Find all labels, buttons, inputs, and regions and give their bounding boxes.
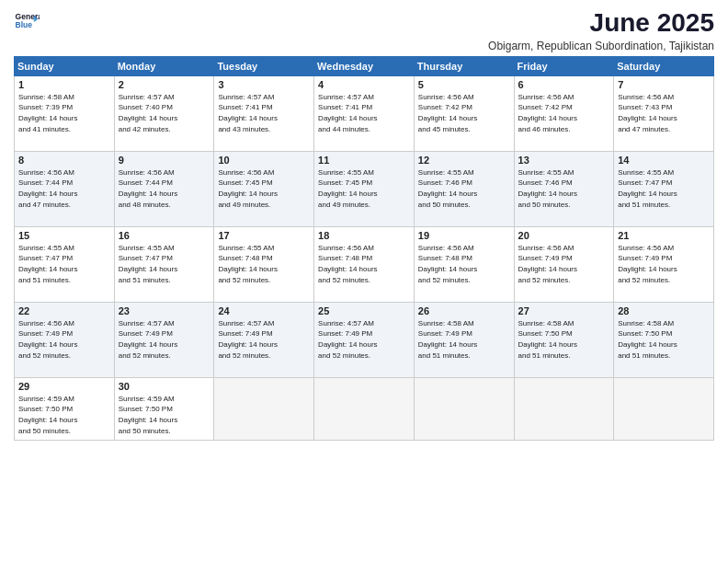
day-number: 26	[418, 305, 510, 316]
calendar-header: Sunday Monday Tuesday Wednesday Thursday…	[15, 56, 714, 75]
table-row: 16Sunrise: 4:55 AM Sunset: 7:47 PM Dayli…	[114, 226, 214, 302]
day-number: 21	[618, 230, 710, 241]
day-info: Sunrise: 4:56 AM Sunset: 7:43 PM Dayligh…	[618, 92, 710, 134]
table-row	[414, 377, 514, 440]
table-row: 17Sunrise: 4:55 AM Sunset: 7:48 PM Dayli…	[214, 226, 314, 302]
table-row: 25Sunrise: 4:57 AM Sunset: 7:49 PM Dayli…	[314, 302, 415, 377]
table-row: 2Sunrise: 4:57 AM Sunset: 7:40 PM Daylig…	[114, 75, 214, 151]
calendar: Sunday Monday Tuesday Wednesday Thursday…	[14, 56, 714, 441]
table-row: 9Sunrise: 4:56 AM Sunset: 7:44 PM Daylig…	[114, 151, 214, 226]
day-number: 25	[318, 305, 410, 316]
table-row	[614, 377, 714, 440]
col-sunday: Sunday	[15, 56, 115, 75]
table-row: 11Sunrise: 4:55 AM Sunset: 7:45 PM Dayli…	[314, 151, 415, 226]
day-info: Sunrise: 4:55 AM Sunset: 7:47 PM Dayligh…	[618, 167, 710, 210]
day-number: 19	[418, 230, 510, 241]
table-row: 8Sunrise: 4:56 AM Sunset: 7:44 PM Daylig…	[15, 151, 115, 226]
day-number: 4	[318, 79, 410, 90]
table-row: 19Sunrise: 4:56 AM Sunset: 7:48 PM Dayli…	[414, 226, 514, 302]
day-number: 28	[618, 305, 710, 316]
day-info: Sunrise: 4:55 AM Sunset: 7:48 PM Dayligh…	[218, 243, 310, 285]
day-number: 6	[518, 79, 610, 90]
day-number: 8	[18, 155, 110, 166]
day-info: Sunrise: 4:57 AM Sunset: 7:40 PM Dayligh…	[119, 92, 210, 134]
col-friday: Friday	[514, 56, 614, 75]
table-row: 4Sunrise: 4:57 AM Sunset: 7:41 PM Daylig…	[314, 75, 415, 151]
table-row: 5Sunrise: 4:56 AM Sunset: 7:42 PM Daylig…	[414, 75, 514, 151]
table-row: 27Sunrise: 4:58 AM Sunset: 7:50 PM Dayli…	[514, 302, 614, 377]
month-title: June 2025	[488, 9, 714, 38]
table-row	[214, 377, 314, 440]
day-info: Sunrise: 4:55 AM Sunset: 7:47 PM Dayligh…	[119, 243, 210, 285]
title-block: June 2025 Obigarm, Republican Subordinat…	[488, 9, 714, 52]
day-info: Sunrise: 4:57 AM Sunset: 7:41 PM Dayligh…	[318, 92, 410, 134]
table-row: 15Sunrise: 4:55 AM Sunset: 7:47 PM Dayli…	[15, 226, 115, 302]
table-row: 1Sunrise: 4:58 AM Sunset: 7:39 PM Daylig…	[15, 75, 115, 151]
day-number: 15	[18, 230, 110, 241]
day-number: 7	[618, 79, 710, 90]
table-row	[514, 377, 614, 440]
day-number: 14	[618, 155, 710, 166]
day-number: 10	[218, 155, 310, 166]
day-info: Sunrise: 4:56 AM Sunset: 7:49 PM Dayligh…	[18, 318, 110, 361]
day-number: 20	[518, 230, 610, 241]
day-number: 22	[18, 305, 110, 316]
day-info: Sunrise: 4:58 AM Sunset: 7:50 PM Dayligh…	[618, 318, 710, 361]
table-row: 6Sunrise: 4:56 AM Sunset: 7:42 PM Daylig…	[514, 75, 614, 151]
table-row: 23Sunrise: 4:57 AM Sunset: 7:49 PM Dayli…	[114, 302, 214, 377]
table-row: 28Sunrise: 4:58 AM Sunset: 7:50 PM Dayli…	[614, 302, 714, 377]
table-row: 3Sunrise: 4:57 AM Sunset: 7:41 PM Daylig…	[214, 75, 314, 151]
col-wednesday: Wednesday	[314, 56, 415, 75]
day-info: Sunrise: 4:55 AM Sunset: 7:46 PM Dayligh…	[418, 167, 510, 210]
table-row: 24Sunrise: 4:57 AM Sunset: 7:49 PM Dayli…	[214, 302, 314, 377]
day-info: Sunrise: 4:55 AM Sunset: 7:46 PM Dayligh…	[518, 167, 610, 210]
day-number: 13	[518, 155, 610, 166]
day-info: Sunrise: 4:57 AM Sunset: 7:49 PM Dayligh…	[218, 318, 310, 361]
day-info: Sunrise: 4:56 AM Sunset: 7:49 PM Dayligh…	[618, 243, 710, 285]
day-info: Sunrise: 4:58 AM Sunset: 7:50 PM Dayligh…	[518, 318, 610, 361]
day-number: 12	[418, 155, 510, 166]
day-info: Sunrise: 4:58 AM Sunset: 7:39 PM Dayligh…	[18, 92, 110, 134]
day-number: 3	[218, 79, 310, 90]
table-row: 14Sunrise: 4:55 AM Sunset: 7:47 PM Dayli…	[614, 151, 714, 226]
day-number: 30	[119, 381, 210, 392]
day-info: Sunrise: 4:57 AM Sunset: 7:41 PM Dayligh…	[218, 92, 310, 134]
table-row: 30Sunrise: 4:59 AM Sunset: 7:50 PM Dayli…	[114, 377, 214, 440]
day-number: 17	[218, 230, 310, 241]
header: General Blue June 2025 Obigarm, Republic…	[14, 9, 714, 52]
table-row: 10Sunrise: 4:56 AM Sunset: 7:45 PM Dayli…	[214, 151, 314, 226]
calendar-body: 1Sunrise: 4:58 AM Sunset: 7:39 PM Daylig…	[15, 75, 714, 440]
logo-icon: General Blue	[14, 9, 40, 35]
day-number: 5	[418, 79, 510, 90]
col-monday: Monday	[114, 56, 214, 75]
table-row: 7Sunrise: 4:56 AM Sunset: 7:43 PM Daylig…	[614, 75, 714, 151]
day-info: Sunrise: 4:58 AM Sunset: 7:49 PM Dayligh…	[418, 318, 510, 361]
day-number: 1	[18, 79, 110, 90]
table-row: 12Sunrise: 4:55 AM Sunset: 7:46 PM Dayli…	[414, 151, 514, 226]
day-number: 23	[119, 305, 210, 316]
table-row: 18Sunrise: 4:56 AM Sunset: 7:48 PM Dayli…	[314, 226, 415, 302]
table-row: 21Sunrise: 4:56 AM Sunset: 7:49 PM Dayli…	[614, 226, 714, 302]
day-info: Sunrise: 4:56 AM Sunset: 7:48 PM Dayligh…	[318, 243, 410, 285]
col-thursday: Thursday	[414, 56, 514, 75]
day-number: 11	[318, 155, 410, 166]
day-number: 27	[518, 305, 610, 316]
day-info: Sunrise: 4:56 AM Sunset: 7:48 PM Dayligh…	[418, 243, 510, 285]
day-info: Sunrise: 4:59 AM Sunset: 7:50 PM Dayligh…	[18, 394, 110, 436]
day-info: Sunrise: 4:56 AM Sunset: 7:42 PM Dayligh…	[518, 92, 610, 134]
day-number: 16	[119, 230, 210, 241]
col-saturday: Saturday	[614, 56, 714, 75]
day-info: Sunrise: 4:56 AM Sunset: 7:49 PM Dayligh…	[518, 243, 610, 285]
day-info: Sunrise: 4:56 AM Sunset: 7:42 PM Dayligh…	[418, 92, 510, 134]
table-row: 29Sunrise: 4:59 AM Sunset: 7:50 PM Dayli…	[15, 377, 115, 440]
day-number: 9	[119, 155, 210, 166]
day-number: 24	[218, 305, 310, 316]
day-number: 2	[119, 79, 210, 90]
day-info: Sunrise: 4:56 AM Sunset: 7:45 PM Dayligh…	[218, 167, 310, 210]
table-row: 22Sunrise: 4:56 AM Sunset: 7:49 PM Dayli…	[15, 302, 115, 377]
logo: General Blue	[14, 9, 40, 35]
day-number: 29	[18, 381, 110, 392]
table-row: 13Sunrise: 4:55 AM Sunset: 7:46 PM Dayli…	[514, 151, 614, 226]
day-info: Sunrise: 4:55 AM Sunset: 7:47 PM Dayligh…	[18, 243, 110, 285]
day-number: 18	[318, 230, 410, 241]
